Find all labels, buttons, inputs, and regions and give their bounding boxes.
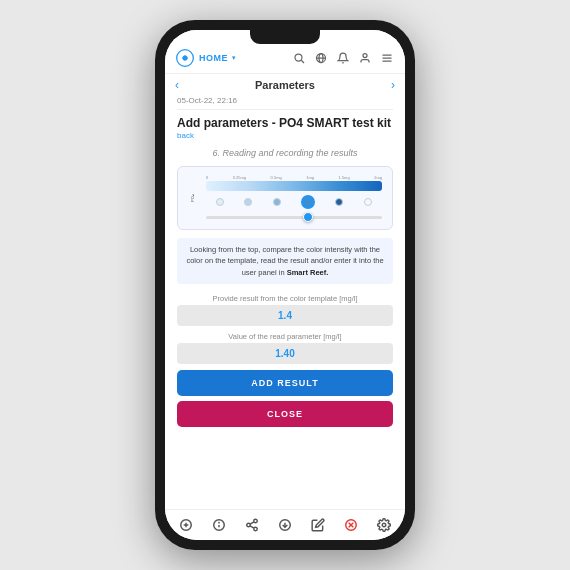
gear-icon[interactable] [375,516,393,534]
back-arrow-icon[interactable]: ‹ [175,78,179,92]
color-chart: PO₄ 0 0.25mg 0.5mg 1mg 1.5mg 2mg [184,173,386,223]
search-icon[interactable] [291,50,307,66]
header-title: Parameters [255,79,315,91]
field-group-2: Value of the read parameter [mg/l] 1.40 [177,332,393,364]
svg-point-17 [254,519,258,523]
svg-line-21 [250,522,254,524]
globe-icon[interactable] [313,50,329,66]
add-result-button[interactable]: ADD RESULT [177,370,393,396]
color-circle-6 [364,198,372,206]
slider-thumb[interactable] [303,212,313,222]
chevron-down-icon[interactable]: ▾ [232,54,236,62]
user-icon[interactable] [357,50,373,66]
color-strip [206,181,382,191]
bell-icon[interactable] [335,50,351,66]
svg-point-7 [363,54,367,58]
color-circle-selected [301,195,315,209]
scale-15: 1.5mg [339,175,350,180]
share-icon[interactable] [243,516,261,534]
color-circle-5 [335,198,343,206]
top-nav-left: HOME ▾ [175,48,236,68]
scale-0: 0 [206,175,208,180]
svg-point-27 [383,523,387,527]
svg-point-19 [254,527,258,531]
color-circle-3 [273,198,281,206]
phone-shell: HOME ▾ [155,20,415,550]
top-nav-right [291,50,395,66]
color-circles [206,195,382,209]
svg-point-2 [295,54,302,61]
content-area: 05-Oct-22, 22:16 Add parameters - PO4 SM… [165,96,405,509]
svg-line-20 [250,526,254,528]
chart-side-label-top: PO₄ [191,194,195,202]
field-value-2[interactable]: 1.40 [177,343,393,364]
close-x-icon[interactable] [342,516,360,534]
color-circle-2 [244,198,252,206]
svg-point-18 [247,523,251,527]
date-line: 05-Oct-22, 22:16 [177,96,393,110]
logo-icon[interactable] [175,48,195,68]
scale-025: 0.25mg [233,175,246,180]
bottom-bar [165,509,405,540]
add-icon[interactable] [177,516,195,534]
scale-1: 1mg [306,175,314,180]
phone-notch [250,30,320,44]
info-text-bold: Smart Reef. [287,268,329,277]
color-chart-container: PO₄ 0 0.25mg 0.5mg 1mg 1.5mg 2mg [177,166,393,230]
edit-icon[interactable] [309,516,327,534]
field-group-1: Provide result from the color template [… [177,294,393,326]
field-label-1: Provide result from the color template [… [177,294,393,303]
scale-2: 2mg [374,175,382,180]
phone-screen: HOME ▾ [165,30,405,540]
color-circle-1 [216,198,224,206]
svg-point-1 [183,56,188,61]
page-title: Add parameters - PO4 SMART test kit [177,116,393,130]
home-label[interactable]: HOME [199,53,228,63]
back-link[interactable]: back [177,131,393,140]
menu-icon[interactable] [379,50,395,66]
info-text-content: Looking from the top, compare the color … [186,245,383,277]
field-label-2: Value of the read parameter [mg/l] [177,332,393,341]
slider-track [206,216,382,219]
forward-arrow-icon[interactable]: › [391,78,395,92]
close-button[interactable]: CLOSE [177,401,393,427]
scale-05: 0.5mg [271,175,282,180]
step-heading: 6. Reading and recording the results [177,148,393,158]
info-text: Looking from the top, compare the color … [177,238,393,284]
svg-line-3 [301,60,304,63]
download-icon[interactable] [276,516,294,534]
info-icon[interactable] [210,516,228,534]
field-value-1[interactable]: 1.4 [177,305,393,326]
header-bar: ‹ Parameters › [165,74,405,96]
